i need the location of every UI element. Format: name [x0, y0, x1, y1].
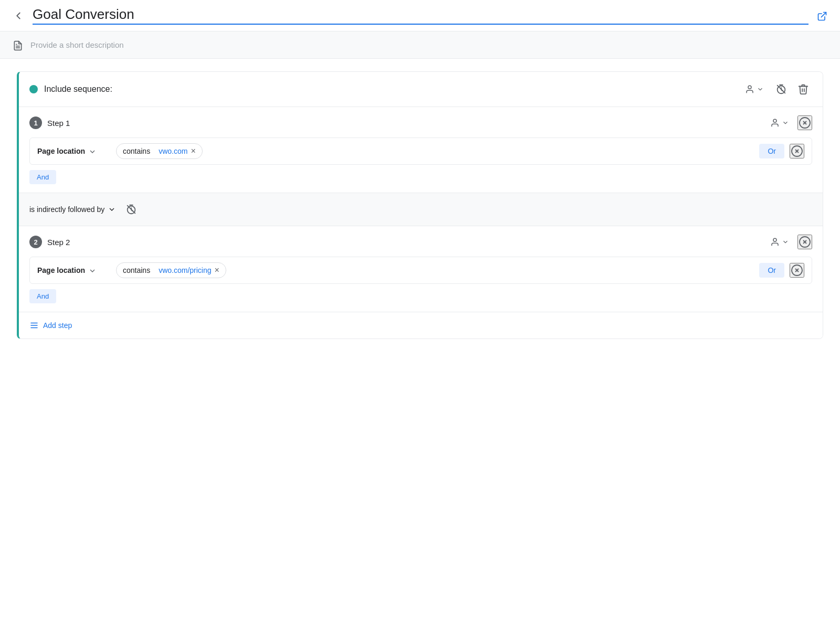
description-icon — [13, 39, 23, 51]
step-1-field-label: Page location — [37, 147, 85, 155]
description-bar: Provide a short description — [0, 31, 840, 59]
add-step-label: Add step — [43, 321, 72, 330]
main-content: Include sequence: — [0, 59, 840, 352]
goal-title-input[interactable] — [33, 6, 808, 25]
add-step-button[interactable]: Add step — [29, 321, 72, 330]
sequence-timer-button[interactable] — [772, 80, 790, 98]
step-2-value-chip: contains vwo.com/pricing × — [116, 262, 226, 278]
step-1-person-dropdown[interactable] — [766, 116, 793, 130]
step-1-header: 1 Step 1 — [29, 115, 812, 130]
step-1-container: 1 Step 1 — [19, 107, 823, 193]
back-button[interactable] — [13, 10, 24, 22]
step-2-field-chevron — [88, 266, 97, 275]
svg-point-3 — [748, 86, 751, 89]
step-1-label: Step 1 — [47, 119, 766, 128]
step-1-field-chevron — [88, 146, 97, 156]
step-1-condition-row: Page location contains vwo.com × Or — [29, 137, 812, 165]
add-step-row: Add step — [19, 312, 823, 338]
step-1-value: vwo.com — [159, 147, 187, 155]
sequence-delete-button[interactable] — [794, 80, 812, 98]
step-1-and-button[interactable]: And — [29, 170, 56, 184]
connector-timer-button[interactable] — [122, 200, 140, 218]
step-1-condition-remove-button[interactable] — [790, 144, 804, 158]
svg-point-15 — [773, 238, 776, 241]
step-2-field-dropdown[interactable]: Page location — [37, 266, 111, 275]
step-2-or-button[interactable]: Or — [759, 263, 784, 278]
svg-line-0 — [821, 12, 826, 17]
connector-text: is indirectly followed by — [29, 205, 104, 214]
step-2-value: vwo.com/pricing — [159, 266, 211, 274]
step-2-person-dropdown[interactable] — [766, 235, 793, 249]
step-2-field-label: Page location — [37, 266, 85, 274]
sequence-actions — [741, 80, 812, 98]
step-2-remove-button[interactable] — [797, 235, 812, 249]
step-1-value-chip: contains vwo.com × — [116, 143, 203, 159]
sequence-indicator — [29, 85, 38, 93]
step-2-label: Step 2 — [47, 238, 766, 247]
svg-point-6 — [773, 119, 776, 122]
step-2-condition-row: Page location contains vwo.com/pricing ×… — [29, 257, 812, 284]
step-1-remove-button[interactable] — [797, 115, 812, 130]
step-1-chip-close-button[interactable]: × — [191, 147, 195, 155]
step-2-container: 2 Step 2 — [19, 226, 823, 312]
sequence-card: Include sequence: — [17, 71, 823, 339]
step-2-number: 2 — [29, 236, 42, 248]
step-2-header: 2 Step 2 — [29, 235, 812, 249]
description-placeholder: Provide a short description — [30, 40, 124, 49]
external-link-button[interactable] — [817, 9, 827, 22]
step-1-operator: contains — [123, 147, 150, 155]
step-1-number: 1 — [29, 117, 42, 129]
connector-row: is indirectly followed by — [19, 193, 823, 226]
sequence-label: Include sequence: — [44, 84, 741, 94]
step-1-field-dropdown[interactable]: Page location — [37, 146, 111, 156]
step-2-chip-close-button[interactable]: × — [215, 266, 219, 274]
step-2-condition-remove-button[interactable] — [790, 263, 804, 278]
connector-dropdown[interactable]: is indirectly followed by — [29, 205, 116, 214]
step-1-or-button[interactable]: Or — [759, 144, 784, 158]
sequence-header: Include sequence: — [19, 72, 823, 107]
step-2-and-button[interactable]: And — [29, 289, 56, 303]
sequence-person-dropdown[interactable] — [741, 82, 768, 96]
step-2-operator: contains — [123, 266, 150, 274]
page-header — [0, 0, 840, 31]
